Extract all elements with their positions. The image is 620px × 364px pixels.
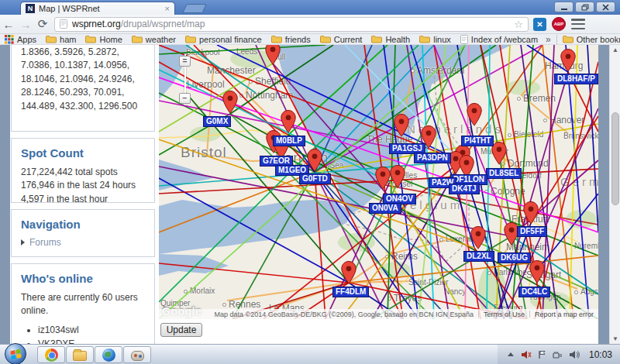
bookmark-ham[interactable]: ham bbox=[41, 34, 81, 45]
callsign-label[interactable]: DK6UG bbox=[498, 252, 531, 263]
bookmark-weather[interactable]: weather bbox=[127, 34, 181, 45]
spot-count-title: Spot Count bbox=[21, 146, 145, 160]
update-button[interactable]: Update bbox=[160, 323, 202, 337]
extension-xmarks-icon[interactable]: ✕ bbox=[533, 18, 546, 31]
screen: N Map | WSPRnet × ← → ⟳ wsprnet.org/drup… bbox=[0, 0, 620, 364]
callsign-label[interactable]: DL2XL bbox=[463, 251, 494, 262]
bookmark-label: Home bbox=[99, 35, 122, 44]
spot-count-lines: 217,224,442 total spots176,946 in the la… bbox=[21, 166, 145, 206]
online-user-link[interactable]: VK3DXE bbox=[38, 338, 145, 344]
spot-count-line: 4,597 in the last hour bbox=[21, 193, 145, 206]
divider bbox=[556, 35, 557, 44]
window-minimize-button[interactable] bbox=[554, 2, 574, 12]
bookmark-health[interactable]: Health bbox=[367, 34, 415, 45]
taskbar-button-globe-app[interactable] bbox=[95, 346, 122, 363]
map-pin-icon-dc4lc[interactable] bbox=[529, 260, 545, 287]
zoom-out-button[interactable]: − bbox=[179, 93, 191, 104]
scrollbar-up-arrow[interactable]: ▲ bbox=[610, 45, 620, 55]
page-margin-right bbox=[598, 45, 609, 344]
scrollbar-thumb[interactable] bbox=[611, 112, 619, 205]
map-pin-icon-df5ff[interactable] bbox=[523, 201, 539, 228]
forward-button[interactable]: → bbox=[17, 18, 34, 31]
page-icon bbox=[460, 35, 468, 44]
windows-flag-icon bbox=[10, 349, 21, 359]
tab-close-icon[interactable]: × bbox=[165, 5, 170, 13]
callsign-label[interactable]: PI4THT bbox=[461, 136, 494, 146]
bookmark-current[interactable]: Current bbox=[315, 34, 367, 45]
forums-link[interactable]: Forums bbox=[29, 237, 61, 248]
browser-titlebar: N Map | WSPRnet × bbox=[0, 0, 620, 15]
callsign-label[interactable]: ON0VA bbox=[369, 203, 401, 214]
folder-icon bbox=[185, 35, 196, 43]
extension-adblock-icon[interactable]: ABP bbox=[552, 17, 566, 31]
map-pin-icon-ff4dlm[interactable] bbox=[341, 261, 356, 287]
map-pin-icon-dl8hafp[interactable] bbox=[560, 49, 576, 75]
bookmark-apps[interactable]: Apps bbox=[0, 34, 41, 45]
other-bookmarks-button[interactable]: Other bookmarks bbox=[554, 35, 620, 44]
address-bar[interactable]: wsprnet.org/drupal/wsprnet/map ☆ bbox=[54, 17, 529, 32]
callsign-label[interactable]: M0BLP bbox=[273, 136, 305, 146]
bookmark-label: personal finance bbox=[199, 35, 262, 44]
hidden-icons-arrow[interactable] bbox=[507, 352, 515, 358]
callsign-label[interactable]: DK4TJ bbox=[449, 184, 480, 194]
new-tab-button[interactable] bbox=[182, 4, 207, 13]
map-canvas[interactable]: BlackpoolLeedsHullManchesterLiverpoolShe… bbox=[159, 45, 598, 319]
callsign-label[interactable]: PA3DPN bbox=[414, 153, 451, 163]
map-pin-icon-m0blp[interactable] bbox=[281, 110, 296, 136]
taskbar-clock[interactable]: 10:03 bbox=[586, 349, 612, 360]
reload-button[interactable]: ⟳ bbox=[34, 17, 51, 31]
callsign-label[interactable]: FF4DLM bbox=[332, 287, 369, 297]
browser-scrollbar[interactable]: ▲ ▼ bbox=[609, 45, 620, 344]
attribution-text: Map data ©2014 GeoBasis-DE/BKG (©2009), … bbox=[215, 311, 474, 318]
window-close-button[interactable] bbox=[596, 2, 615, 12]
start-button[interactable] bbox=[5, 343, 26, 364]
bookmark-label: Health bbox=[385, 35, 410, 44]
system-tray: 10:03 bbox=[498, 345, 620, 364]
bookmark-linux[interactable]: linux bbox=[415, 34, 456, 45]
window-restore-button[interactable] bbox=[575, 2, 594, 12]
scrollbar-down-arrow[interactable]: ▼ bbox=[610, 334, 620, 344]
map-pin-icon-on0va[interactable] bbox=[375, 167, 391, 193]
map-attribution: Map data ©2014 GeoBasis-DE/BKG (©2009), … bbox=[159, 309, 598, 319]
bookmark-personal-finance[interactable]: personal finance bbox=[181, 34, 267, 45]
spot-count-line: 217,224,442 total spots bbox=[21, 166, 145, 179]
callsign-label[interactable]: DC4LC bbox=[518, 287, 550, 297]
whos-online-title: Who's online bbox=[21, 272, 145, 285]
bookmark-star-icon[interactable]: ☆ bbox=[514, 19, 523, 30]
taskbar-button-explorer[interactable] bbox=[66, 346, 94, 363]
volume-muted-icon[interactable] bbox=[521, 350, 532, 359]
map-pin-icon-on4ov[interactable] bbox=[390, 165, 405, 191]
map-pin-icon[interactable] bbox=[265, 45, 281, 68]
back-button[interactable]: ← bbox=[0, 18, 17, 31]
browser-tab[interactable]: N Map | WSPRnet × bbox=[20, 2, 175, 15]
online-user-link[interactable]: iz1034swl bbox=[38, 325, 145, 335]
bookmarks-overflow-chevron[interactable]: » bbox=[542, 34, 554, 45]
zoom-slider-handle[interactable]: = bbox=[179, 56, 191, 67]
report-map-error-link[interactable]: Report a map error bbox=[535, 311, 594, 318]
palette-app-icon bbox=[131, 351, 144, 361]
spot-count-block: Spot Count 217,224,442 total spots176,94… bbox=[11, 138, 155, 203]
map-pin-icon-g0mx[interactable] bbox=[222, 91, 238, 117]
bookmark-home[interactable]: Home bbox=[81, 34, 126, 45]
bookmark-label: Index of /webcam bbox=[471, 35, 538, 44]
callsign-label[interactable]: DF5FF bbox=[517, 226, 547, 237]
action-center-flag-icon[interactable] bbox=[538, 350, 546, 359]
speaker-icon[interactable] bbox=[569, 350, 580, 359]
navigation-title: Navigation bbox=[21, 218, 145, 231]
expand-arrow-icon[interactable] bbox=[21, 239, 25, 246]
map-pin-icon-pi4tht[interactable] bbox=[467, 103, 482, 129]
callsign-label[interactable]: DL8HAF/P bbox=[554, 74, 598, 84]
callsign-label[interactable]: G0MX bbox=[203, 116, 231, 127]
network-plug-icon[interactable] bbox=[553, 350, 563, 359]
map-pin-icon-dl2xl[interactable] bbox=[470, 226, 486, 252]
taskbar-button-palette-app[interactable] bbox=[123, 346, 151, 363]
bookmark-friends[interactable]: friends bbox=[267, 34, 315, 45]
bookmark-index-of-webcam[interactable]: Index of /webcam bbox=[456, 34, 542, 45]
chrome-menu-button[interactable] bbox=[571, 19, 585, 29]
callsign-label[interactable]: G0FTD bbox=[299, 173, 331, 184]
taskbar-button-chrome[interactable] bbox=[37, 346, 65, 363]
terms-of-use-link[interactable]: Terms of Use bbox=[484, 311, 525, 318]
map-pin-icon-pa1gsj[interactable] bbox=[394, 114, 409, 140]
tab-title: Map | WSPRnet bbox=[39, 4, 161, 13]
callsign-label[interactable]: DL8SEL bbox=[486, 168, 522, 179]
